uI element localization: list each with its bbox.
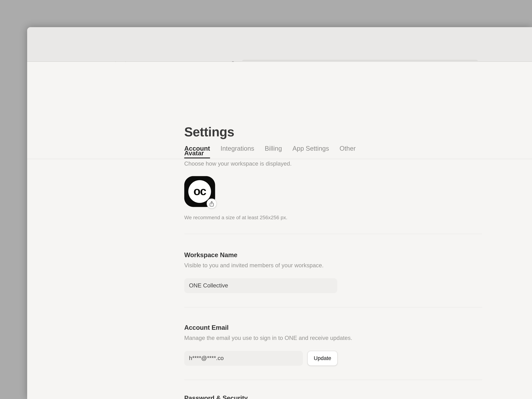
update-email-button[interactable]: Update [307, 351, 338, 366]
page-title: Settings [184, 125, 234, 139]
avatar-section-description: Choose how your workspace is displayed. [184, 160, 291, 167]
page-content: Settings Account Integrations Billing Ap… [27, 62, 532, 399]
section-divider [184, 234, 482, 234]
section-divider [184, 307, 482, 307]
avatar-disc: oc [188, 180, 211, 203]
screen: acme.com Account Settings Settings Accou… [0, 0, 532, 399]
workspace-name-input[interactable] [184, 278, 337, 293]
workspace-name-description: Visible to you and invited members of yo… [184, 262, 323, 269]
avatar-monogram: oc [193, 185, 206, 198]
tabbar-divider [27, 159, 532, 159]
section-divider [184, 380, 482, 380]
tab-integrations[interactable]: Integrations [221, 145, 254, 158]
browser-toolbar: acme.com Account Settings [27, 27, 532, 62]
account-email-heading: Account Email [184, 324, 228, 331]
avatar-section-heading: Avatar [184, 150, 204, 157]
workspace-name-heading: Workspace Name [184, 252, 237, 259]
account-email-input[interactable] [184, 351, 303, 366]
account-email-description: Manage the email you use to sign in to O… [184, 335, 352, 342]
upload-share-icon [209, 201, 214, 206]
settings-tab-bar: Account Integrations Billing App Setting… [184, 145, 356, 158]
avatar-size-note: We recommend a size of at least 256x256 … [184, 215, 287, 220]
avatar-upload-button[interactable] [207, 198, 217, 209]
tab-billing[interactable]: Billing [265, 145, 282, 158]
tab-app-settings[interactable]: App Settings [292, 145, 329, 158]
password-security-heading: Password & Security [184, 395, 248, 399]
tab-other[interactable]: Other [340, 145, 356, 158]
